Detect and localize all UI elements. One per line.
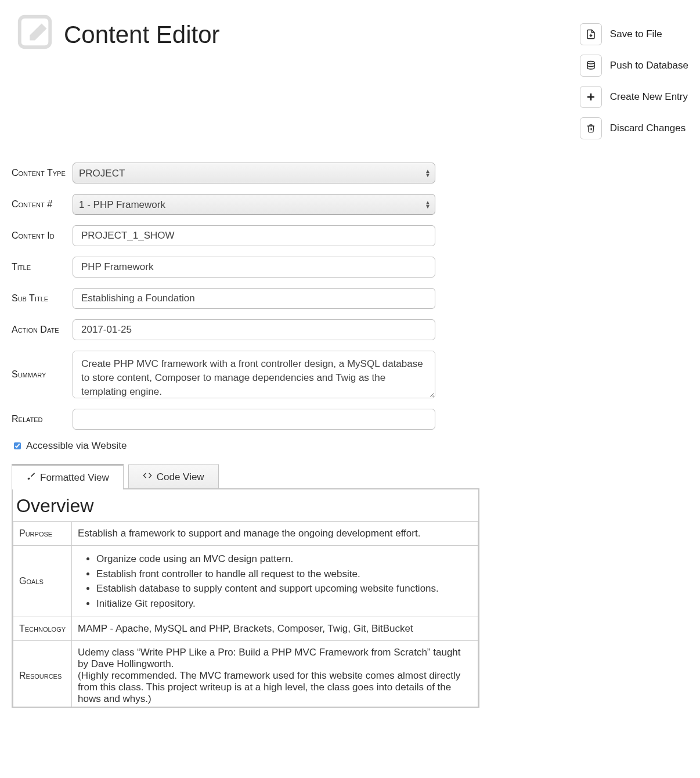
related-input[interactable] xyxy=(73,409,435,430)
content-id-input[interactable] xyxy=(73,225,435,246)
sub-title-input[interactable] xyxy=(73,288,435,309)
tab-code-view[interactable]: Code View xyxy=(128,464,219,489)
list-item: Establish front controller to handle all… xyxy=(96,567,472,582)
view-tabs: Formatted View Code View xyxy=(12,463,688,489)
save-to-file-button[interactable]: Save to File xyxy=(580,23,688,45)
svg-point-1 xyxy=(587,62,594,64)
save-to-file-label: Save to File xyxy=(610,28,662,40)
content-type-label: Content Type xyxy=(12,168,73,178)
title-input[interactable] xyxy=(73,257,435,278)
list-item: Establish database to supply content and… xyxy=(96,581,472,596)
table-row: Purpose Establish a framework to support… xyxy=(13,522,478,546)
form-area: Content Type PROJECT ▲▼ Content # 1 - PH… xyxy=(12,163,435,452)
accessible-label: Accessible via Website xyxy=(26,440,127,452)
table-row: Technology MAMP - Apache, MySQL and PHP,… xyxy=(13,617,478,641)
resources-label: Resources xyxy=(13,641,72,708)
content-number-select[interactable]: 1 - PHP Framework xyxy=(73,194,435,215)
edit-icon xyxy=(12,12,58,52)
title-label: Title xyxy=(12,262,73,272)
list-item: Initialize Git repository. xyxy=(96,596,472,611)
action-date-label: Action Date xyxy=(12,325,73,335)
table-row: Resources Udemy class “Write PHP Like a … xyxy=(13,641,478,708)
save-file-icon xyxy=(580,23,602,45)
svg-rect-3 xyxy=(587,96,594,98)
purpose-value: Establish a framework to support and man… xyxy=(72,522,478,546)
summary-label: Summary xyxy=(12,369,73,380)
tab-formatted-label: Formatted View xyxy=(40,472,109,484)
overview-table: Purpose Establish a framework to support… xyxy=(13,521,478,708)
technology-label: Technology xyxy=(13,617,72,641)
content-id-label: Content Id xyxy=(12,230,73,241)
trash-icon xyxy=(580,117,602,139)
brush-icon xyxy=(26,471,35,484)
purpose-label: Purpose xyxy=(13,522,72,546)
discard-changes-button[interactable]: Discard Changes xyxy=(580,117,688,139)
action-date-input[interactable] xyxy=(73,319,435,340)
page-title: Content Editor xyxy=(64,21,580,49)
tab-formatted-view[interactable]: Formatted View xyxy=(12,464,124,489)
action-panel: Save to File Push to Database Create New… xyxy=(580,23,688,139)
create-new-entry-button[interactable]: Create New Entry xyxy=(580,86,688,108)
table-row: Goals Organize code using an MVC design … xyxy=(13,546,478,617)
tab-code-label: Code View xyxy=(157,471,204,483)
summary-textarea[interactable]: Create PHP MVC framework with a front co… xyxy=(73,351,435,398)
push-to-database-label: Push to Database xyxy=(610,60,688,71)
goals-value: Organize code using an MVC design patter… xyxy=(72,546,478,617)
database-icon xyxy=(580,55,602,77)
content-number-label: Content # xyxy=(12,199,73,210)
list-item: Organize code using an MVC design patter… xyxy=(96,552,472,567)
resources-value: Udemy class “Write PHP Like a Pro: Build… xyxy=(72,641,478,708)
sub-title-label: Sub Title xyxy=(12,293,73,304)
create-new-entry-label: Create New Entry xyxy=(610,91,688,103)
content-type-select[interactable]: PROJECT xyxy=(73,163,435,183)
plus-icon xyxy=(580,86,602,108)
overview-heading: Overview xyxy=(16,495,478,517)
accessible-checkbox[interactable] xyxy=(14,442,21,449)
content-pane: Overview Purpose Establish a framework t… xyxy=(12,488,479,708)
code-icon xyxy=(143,471,152,483)
discard-changes-label: Discard Changes xyxy=(610,123,685,134)
push-to-database-button[interactable]: Push to Database xyxy=(580,55,688,77)
technology-value: MAMP - Apache, MySQL and PHP, Brackets, … xyxy=(72,617,478,641)
related-label: Related xyxy=(12,414,73,424)
goals-label: Goals xyxy=(13,546,72,617)
